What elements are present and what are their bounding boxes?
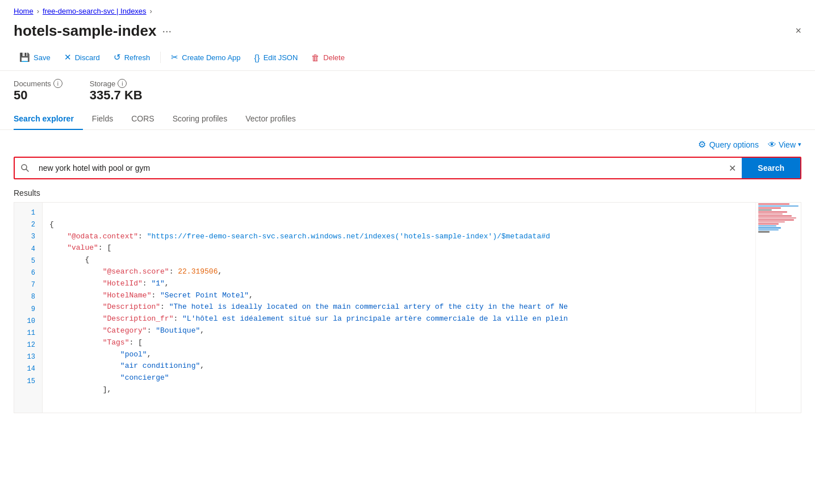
query-options-bar: ⚙ Query options 👁 View ▾ xyxy=(14,139,801,157)
create-demo-app-button[interactable]: ✂ Create Demo App xyxy=(165,49,246,66)
save-icon: 💾 xyxy=(19,52,30,62)
documents-stat: Documents i 50 xyxy=(14,79,62,103)
chevron-down-icon: ▾ xyxy=(798,141,801,148)
view-icon: 👁 xyxy=(768,140,776,149)
minimap-line xyxy=(758,219,794,221)
line-num-10: 10 xyxy=(14,316,42,327)
toolbar: 💾 Save ✕ Discard ↺ Refresh ✂ Create Demo… xyxy=(0,44,815,71)
storage-info-icon[interactable]: i xyxy=(118,79,127,88)
breadcrumb-sep1: › xyxy=(37,7,39,15)
line-num-15: 15 xyxy=(14,376,42,388)
results-area: Results 1 2 3 4 5 6 7 8 9 10 11 12 13 14… xyxy=(0,188,815,413)
save-button[interactable]: 💾 Save xyxy=(14,49,56,66)
discard-button[interactable]: ✕ Discard xyxy=(58,49,106,66)
minimap-line xyxy=(758,221,785,223)
query-options-label: Query options xyxy=(709,140,759,149)
delete-button[interactable]: 🗑 Delete xyxy=(306,49,350,66)
line-num-5: 5 xyxy=(14,255,42,267)
edit-json-icon: {} xyxy=(254,53,260,62)
edit-json-button[interactable]: {} Edit JSON xyxy=(249,49,304,66)
documents-label: Documents xyxy=(14,79,51,88)
storage-value: 335.7 KB xyxy=(90,88,143,103)
gear-icon: ⚙ xyxy=(698,139,706,150)
minimap-line xyxy=(758,217,796,219)
close-button[interactable]: × xyxy=(795,25,801,37)
line-numbers: 1 2 3 4 5 6 7 8 9 10 11 12 13 14 15 xyxy=(14,203,43,413)
line-num-12: 12 xyxy=(14,339,42,351)
storage-label: Storage xyxy=(90,79,116,88)
svg-line-1 xyxy=(26,169,28,171)
minimap xyxy=(755,203,801,413)
minimap-line xyxy=(758,225,776,227)
line-num-13: 13 xyxy=(14,351,42,363)
breadcrumb: Home › free-demo-search-svc | Indexes › xyxy=(0,0,815,20)
minimap-line xyxy=(758,215,792,217)
tab-scoring-profiles[interactable]: Scoring profiles xyxy=(164,108,237,130)
search-input[interactable] xyxy=(35,158,723,178)
search-button[interactable]: Search xyxy=(742,158,800,178)
minimap-line xyxy=(758,229,779,231)
results-label: Results xyxy=(14,188,801,198)
search-icon xyxy=(15,158,35,178)
minimap-line xyxy=(758,203,789,205)
minimap-line xyxy=(758,205,799,207)
code-viewer: 1 2 3 4 5 6 7 8 9 10 11 12 13 14 15 { "@… xyxy=(14,202,801,413)
page-title: hotels-sample-index xyxy=(14,22,156,40)
tab-search-explorer[interactable]: Search explorer xyxy=(14,108,83,130)
line-num-6: 6 xyxy=(14,267,42,279)
line-num-7: 7 xyxy=(14,279,42,291)
breadcrumb-sep2: › xyxy=(150,7,152,15)
line-num-9: 9 xyxy=(14,304,42,316)
discard-icon: ✕ xyxy=(64,52,72,62)
tab-fields[interactable]: Fields xyxy=(83,108,122,130)
svg-point-0 xyxy=(22,165,27,170)
storage-stat: Storage i 335.7 KB xyxy=(90,79,143,103)
minimap-line xyxy=(758,209,772,211)
breadcrumb-service[interactable]: free-demo-search-svc | Indexes xyxy=(43,7,147,15)
stats-bar: Documents i 50 Storage i 335.7 KB xyxy=(0,71,815,108)
line-num-11: 11 xyxy=(14,327,42,339)
query-options-button[interactable]: ⚙ Query options xyxy=(698,139,759,150)
delete-icon: 🗑 xyxy=(311,53,320,62)
minimap-line xyxy=(758,227,781,229)
minimap-line xyxy=(758,211,787,213)
search-area: ⚙ Query options 👁 View ▾ ✕ Search xyxy=(0,130,815,188)
minimap-line xyxy=(758,223,779,225)
documents-value: 50 xyxy=(14,88,62,103)
header-more-options[interactable]: ··· xyxy=(162,24,172,37)
tab-vector-profiles[interactable]: Vector profiles xyxy=(236,108,305,130)
documents-info-icon[interactable]: i xyxy=(53,79,62,88)
refresh-icon: ↺ xyxy=(114,52,121,62)
minimap-line xyxy=(758,213,783,215)
line-num-3: 3 xyxy=(14,231,42,243)
create-demo-icon: ✂ xyxy=(171,52,178,62)
line-num-8: 8 xyxy=(14,291,42,303)
clear-search-button[interactable]: ✕ xyxy=(723,158,742,178)
breadcrumb-home[interactable]: Home xyxy=(14,7,34,15)
view-button[interactable]: 👁 View ▾ xyxy=(768,140,801,149)
refresh-button[interactable]: ↺ Refresh xyxy=(108,49,156,66)
line-num-2: 2 xyxy=(14,219,42,231)
code-content[interactable]: { "@odata.context": "https://free-demo-s… xyxy=(43,203,755,413)
minimap-line xyxy=(758,231,770,233)
line-num-1: 1 xyxy=(14,207,42,219)
toolbar-separator xyxy=(160,52,161,63)
line-num-14: 14 xyxy=(14,363,42,375)
minimap-line xyxy=(758,207,781,209)
tab-cors[interactable]: CORS xyxy=(122,108,163,130)
page-header: hotels-sample-index ··· × xyxy=(0,20,815,44)
line-num-4: 4 xyxy=(14,243,42,255)
tab-bar: Search explorer Fields CORS Scoring prof… xyxy=(0,108,815,130)
view-label: View xyxy=(779,140,796,149)
search-box: ✕ Search xyxy=(14,157,801,179)
